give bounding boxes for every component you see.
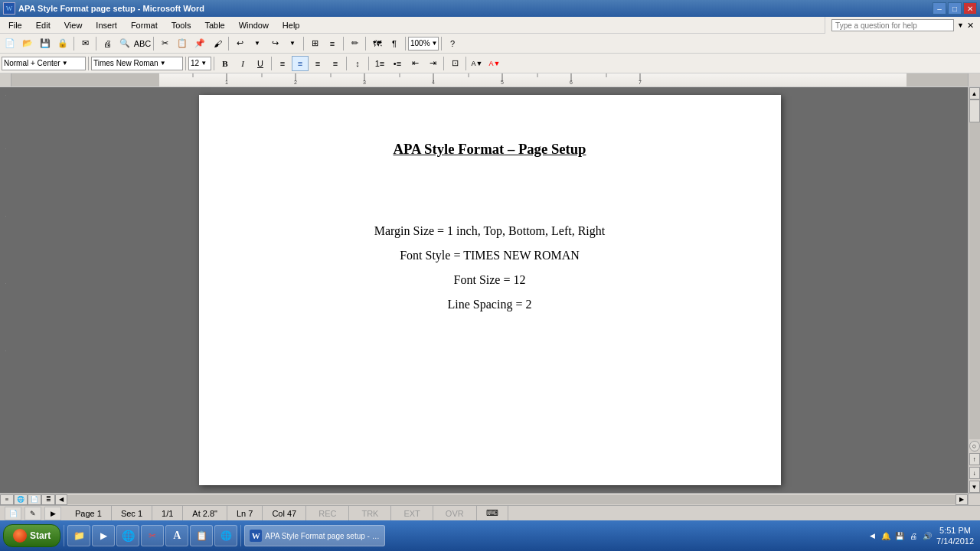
drawing-button[interactable]: ✏ bbox=[346, 36, 363, 51]
h-scroll-track[interactable] bbox=[67, 495, 956, 504]
help-search-arrow[interactable]: ▼ bbox=[957, 21, 964, 29]
ruler-active[interactable]: 1 2 3 4 5 6 7 bbox=[159, 73, 906, 86]
open-button[interactable]: 📂 bbox=[19, 36, 36, 51]
undo-drop[interactable]: ▼ bbox=[249, 36, 266, 51]
close-button[interactable]: ✕ bbox=[963, 2, 977, 15]
next-page-button[interactable]: ↓ bbox=[969, 467, 980, 479]
scroll-down-button[interactable]: ▼ bbox=[969, 481, 980, 493]
zoom-arrow[interactable]: ▼ bbox=[432, 40, 438, 47]
format-painter[interactable]: 🖌 bbox=[209, 36, 226, 51]
email-button[interactable]: ✉ bbox=[77, 36, 93, 51]
volume-icon[interactable]: 🔊 bbox=[921, 530, 933, 542]
table-button[interactable]: ⊞ bbox=[306, 36, 323, 51]
explorer-icon: 📁 bbox=[73, 530, 85, 542]
menu-table[interactable]: Table bbox=[198, 18, 231, 32]
style-arrow[interactable]: ▼ bbox=[62, 60, 68, 67]
doc-map-button[interactable]: 🗺 bbox=[368, 36, 385, 51]
new-button[interactable]: 📄 bbox=[2, 36, 18, 51]
scroll-up-button[interactable]: ▲ bbox=[969, 87, 980, 99]
clock-time: 5:51 PM bbox=[936, 525, 974, 536]
increase-indent[interactable]: ⇥ bbox=[424, 56, 441, 71]
tray-icon-1[interactable]: 🔔 bbox=[880, 530, 892, 542]
line-spacing-button[interactable]: ↕ bbox=[349, 56, 366, 71]
taskbar-word-active[interactable]: W APA Style Format page setup - Microsof… bbox=[244, 525, 385, 546]
redo-drop[interactable]: ▼ bbox=[284, 36, 301, 51]
align-center-button[interactable]: ≡ bbox=[292, 56, 309, 71]
scroll-track[interactable] bbox=[969, 99, 980, 439]
copy-button[interactable]: 📋 bbox=[174, 36, 191, 51]
select-browse-button[interactable]: ○ bbox=[969, 441, 980, 452]
margin-marker-1: · bbox=[5, 93, 7, 99]
help-search-input[interactable] bbox=[831, 19, 954, 31]
font-arrow[interactable]: ▼ bbox=[160, 60, 166, 67]
paste-button[interactable]: 📌 bbox=[191, 36, 208, 51]
undo-button[interactable]: ↩ bbox=[231, 36, 248, 51]
status-icon-1[interactable]: 📄 bbox=[5, 507, 21, 520]
taskbar-ie[interactable]: 🌐 bbox=[214, 525, 237, 546]
align-right-button[interactable]: ≡ bbox=[309, 56, 326, 71]
bold-button[interactable]: B bbox=[217, 56, 234, 71]
font-color-button[interactable]: A▼ bbox=[486, 56, 503, 71]
scroll-right-button[interactable]: ▶ bbox=[956, 494, 968, 505]
sep-f1 bbox=[88, 57, 89, 70]
taskbar-media[interactable]: ▶ bbox=[92, 525, 115, 546]
size-arrow[interactable]: ▼ bbox=[201, 60, 207, 67]
columns-button[interactable]: ≡ bbox=[324, 36, 341, 51]
preview-button[interactable]: 🔍 bbox=[116, 36, 133, 51]
scroll-thumb[interactable] bbox=[969, 99, 980, 122]
taskbar-folder[interactable]: 📋 bbox=[190, 525, 213, 546]
status-ovr: OVR bbox=[433, 506, 477, 520]
decrease-indent[interactable]: ⇤ bbox=[407, 56, 423, 71]
bullets-button[interactable]: •≡ bbox=[389, 56, 406, 71]
outline-view-button[interactable]: ≣ bbox=[41, 494, 55, 505]
highlight-button[interactable]: A▼ bbox=[469, 56, 485, 71]
print-button[interactable]: 🖨 bbox=[99, 36, 116, 51]
status-icon-3[interactable]: ▶ bbox=[44, 507, 61, 520]
minimize-button[interactable]: – bbox=[933, 2, 946, 15]
start-button[interactable]: Start bbox=[3, 524, 60, 547]
help-btn[interactable]: ? bbox=[444, 36, 461, 51]
redo-button[interactable]: ↪ bbox=[266, 36, 283, 51]
vertical-scrollbar[interactable]: ▲ ○ ↑ ↓ ▼ bbox=[968, 87, 980, 493]
scroll-left-button[interactable]: ◀ bbox=[55, 494, 67, 505]
font-dropdown[interactable]: Times New Roman ▼ bbox=[91, 57, 183, 70]
taskbar-browser[interactable]: 🌐 bbox=[116, 525, 139, 546]
italic-button[interactable]: I bbox=[234, 56, 251, 71]
menu-tools[interactable]: Tools bbox=[165, 18, 198, 32]
prev-page-button[interactable]: ↑ bbox=[969, 453, 980, 465]
permission-button[interactable]: 🔒 bbox=[54, 36, 71, 51]
taskbar-paint[interactable]: ✂ bbox=[141, 525, 164, 546]
justify-button[interactable]: ≡ bbox=[327, 56, 344, 71]
border-button[interactable]: ⊡ bbox=[446, 56, 463, 71]
tray-icon-2[interactable]: 💾 bbox=[893, 530, 906, 542]
menu-format[interactable]: Format bbox=[124, 18, 165, 32]
tray-expand-icon[interactable]: ◀ bbox=[866, 530, 878, 542]
zoom-box[interactable]: 100% ▼ bbox=[408, 37, 439, 51]
taskbar-explorer[interactable]: 📁 bbox=[67, 525, 90, 546]
menu-edit[interactable]: Edit bbox=[29, 18, 57, 32]
tray-icon-3[interactable]: 🖨 bbox=[907, 530, 920, 542]
print-view-button[interactable]: 📄 bbox=[28, 494, 41, 505]
maximize-button[interactable]: □ bbox=[948, 2, 962, 15]
align-left-button[interactable]: ≡ bbox=[274, 56, 291, 71]
normal-view-button[interactable]: ≡ bbox=[0, 494, 14, 505]
save-button[interactable]: 💾 bbox=[37, 36, 54, 51]
taskbar-word-a[interactable]: A bbox=[165, 525, 188, 546]
help-close-icon[interactable]: ✕ bbox=[967, 21, 974, 31]
underline-button[interactable]: U bbox=[252, 56, 269, 71]
menu-window[interactable]: Window bbox=[232, 18, 276, 32]
size-dropdown[interactable]: 12 ▼ bbox=[188, 57, 211, 70]
menu-view[interactable]: View bbox=[57, 18, 90, 32]
web-view-button[interactable]: 🌐 bbox=[14, 494, 28, 505]
status-icon-2[interactable]: ✎ bbox=[24, 507, 41, 520]
numbering-button[interactable]: 1≡ bbox=[371, 56, 388, 71]
document-page[interactable]: APA Style Format – Page Setup Margin Siz… bbox=[199, 95, 781, 485]
menu-file[interactable]: File bbox=[2, 18, 29, 32]
system-clock[interactable]: 5:51 PM 7/14/2012 bbox=[936, 525, 974, 547]
style-dropdown[interactable]: Normal + Center ▼ bbox=[2, 57, 86, 70]
menu-help[interactable]: Help bbox=[276, 18, 307, 32]
cut-button[interactable]: ✂ bbox=[156, 36, 173, 51]
spell-button[interactable]: ABC bbox=[134, 36, 151, 51]
showformat-button[interactable]: ¶ bbox=[386, 36, 403, 51]
menu-insert[interactable]: Insert bbox=[89, 18, 124, 32]
